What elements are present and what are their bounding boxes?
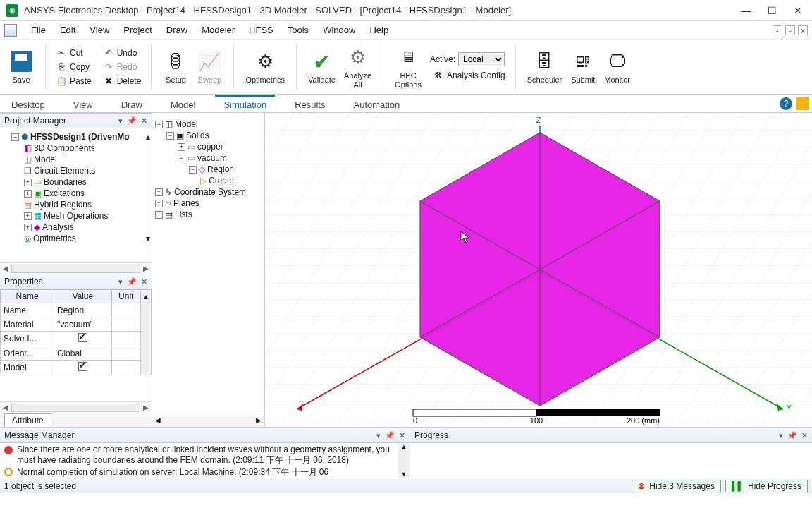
menu-modeler[interactable]: Modeler	[196, 23, 240, 37]
menu-tools[interactable]: Tools	[282, 23, 314, 37]
active-dropdown[interactable]: Local	[458, 52, 505, 66]
scrollbar-horizontal[interactable]: ◀▶	[0, 401, 152, 413]
checkbox-icon	[78, 362, 87, 371]
analyze-all-button[interactable]: ⚙Analyze All	[340, 43, 376, 90]
menu-view[interactable]: View	[84, 23, 115, 37]
pin2-icon[interactable]: 📌	[385, 431, 395, 440]
scrollbar-horizontal[interactable]: ◀▶	[152, 416, 264, 427]
mdi-close-button[interactable]: x	[798, 25, 808, 35]
submit-button[interactable]: 🖳Submit	[566, 47, 600, 85]
redo-button[interactable]: ↷Redo	[100, 61, 144, 73]
window-title: ANSYS Electronics Desktop - Project14 - …	[24, 5, 741, 16]
pin2-icon[interactable]: 📌	[787, 431, 797, 440]
message-list[interactable]: Since there are one or more analytical o…	[0, 443, 410, 478]
optimetrics-button[interactable]: ⚙Optimetrics	[241, 47, 289, 85]
active-label: Active:	[430, 54, 455, 64]
pin2-icon[interactable]: 📌	[127, 277, 137, 286]
server-icon: 🖥	[395, 44, 421, 70]
undo-icon: ↶	[103, 47, 114, 59]
close-panel-icon[interactable]: ✕	[801, 431, 808, 440]
copy-button[interactable]: ⎘Copy	[53, 61, 94, 73]
close-panel-icon[interactable]: ✕	[141, 116, 147, 126]
validate-button[interactable]: ✔Validate	[304, 47, 340, 85]
error-icon	[4, 446, 13, 454]
paste-button[interactable]: 📋Paste	[53, 75, 94, 87]
undo-button[interactable]: ↶Undo	[100, 47, 144, 59]
mdi-restore-button[interactable]: ▫	[785, 25, 795, 35]
hide-progress-button[interactable]: ▌▌Hide Progress	[725, 480, 808, 492]
expand-icon[interactable]: +	[24, 212, 32, 220]
progress-header: Progress ▾📌✕	[410, 428, 812, 443]
analysis-config-button[interactable]: 🛠Analysis Config	[430, 69, 508, 82]
expand-icon[interactable]: +	[24, 190, 32, 198]
expand-icon[interactable]: +	[24, 224, 32, 231]
monitor-button[interactable]: 🖵Monitor	[600, 47, 634, 85]
setup-button[interactable]: 🛢Setup	[159, 47, 192, 85]
z-axis-label: Z	[536, 116, 541, 124]
tab-results[interactable]: Results	[286, 95, 333, 113]
tab-draw[interactable]: Draw	[113, 95, 151, 113]
save-icon	[11, 51, 32, 72]
redo-icon: ↷	[103, 61, 114, 73]
paste-icon: 📋	[56, 75, 67, 87]
expand-icon[interactable]: −	[11, 133, 19, 141]
model-tree[interactable]: −◫Model −▣Solids +▭copper −▭vacuum −◇Reg…	[152, 113, 264, 416]
project-manager-tree[interactable]: −⬢HFSSDesign1 (DrivenMo▴ ◧3D Components …	[0, 128, 152, 262]
table-row: Solve I...	[1, 332, 152, 346]
menu-project[interactable]: Project	[118, 23, 157, 37]
sweep-button[interactable]: 📈Sweep	[192, 47, 226, 85]
menu-hfss[interactable]: HFSS	[243, 23, 279, 37]
scrollbar-horizontal[interactable]: ◀▶	[0, 262, 152, 274]
tab-model[interactable]: Model	[162, 95, 204, 113]
delete-button[interactable]: ✖Delete	[100, 75, 144, 87]
delete-icon: ✖	[103, 75, 114, 87]
table-row: Model	[1, 361, 152, 375]
tab-automation[interactable]: Automation	[345, 95, 408, 113]
scale-2: 200 (mm)	[627, 416, 660, 425]
tab-simulation[interactable]: Simulation	[215, 95, 275, 113]
menubar: File Edit View Project Draw Modeler HFSS…	[0, 21, 812, 40]
expand-icon[interactable]: +	[24, 179, 32, 186]
scrollbar-vertical[interactable]: ▲▼	[398, 443, 410, 478]
pin-icon[interactable]: ▾	[118, 277, 123, 286]
close-panel-icon[interactable]: ✕	[399, 431, 405, 440]
scale-1: 100	[530, 416, 543, 425]
cut-button[interactable]: ✂Cut	[53, 47, 94, 59]
menu-window[interactable]: Window	[317, 23, 361, 37]
3d-viewport[interactable]: Y Z 0 100 200 (mm)	[265, 113, 812, 427]
menu-help[interactable]: Help	[364, 23, 394, 37]
ribbon: Save ✂Cut ⎘Copy 📋Paste ↶Undo ↷Redo ✖Dele…	[0, 40, 812, 95]
pin2-icon[interactable]: 📌	[127, 116, 137, 126]
svg-rect-14	[536, 409, 660, 416]
gear-icon: ⚙	[345, 44, 371, 70]
hpc-options-button[interactable]: 🖥HPC Options	[390, 43, 426, 90]
minimize-button[interactable]: —	[741, 5, 751, 16]
tab-view[interactable]: View	[65, 95, 102, 113]
properties-table[interactable]: NameValueUnit▴ NameRegion Material"vacuu…	[0, 289, 152, 375]
pin-icon[interactable]: ▾	[376, 431, 381, 440]
scheduler-button[interactable]: 🗄Scheduler	[523, 47, 567, 85]
menu-draw[interactable]: Draw	[161, 23, 193, 37]
help-icon[interactable]: ?	[780, 97, 792, 110]
status-selection: 1 object is selected	[4, 481, 76, 491]
monitor-icon: 🖵	[605, 49, 630, 74]
titlebar: ◉ ANSYS Electronics Desktop - Project14 …	[0, 0, 812, 21]
sweep-icon: 📈	[197, 49, 222, 74]
close-button[interactable]: ✕	[794, 5, 802, 16]
menu-edit[interactable]: Edit	[54, 23, 81, 37]
save-button[interactable]: Save	[4, 47, 38, 85]
pin-icon[interactable]: ▾	[779, 431, 783, 440]
scale-0: 0	[413, 416, 417, 425]
table-row: Material"vacuum"	[1, 318, 152, 332]
submit-icon: 🖳	[570, 49, 596, 74]
hide-messages-button[interactable]: ⊗Hide 3 Messages	[632, 480, 721, 492]
scheduler-icon: 🗄	[531, 49, 557, 74]
close-panel-icon[interactable]: ✕	[141, 277, 147, 286]
maximize-button[interactable]: ☐	[768, 5, 777, 16]
pin-icon[interactable]: ▾	[118, 116, 123, 126]
menu-file[interactable]: File	[25, 23, 51, 37]
table-row: NameRegion	[1, 303, 152, 318]
attribute-tab[interactable]: Attribute	[4, 413, 51, 428]
mdi-minimize-button[interactable]: -	[773, 25, 782, 35]
tab-desktop[interactable]: Desktop	[3, 95, 54, 113]
